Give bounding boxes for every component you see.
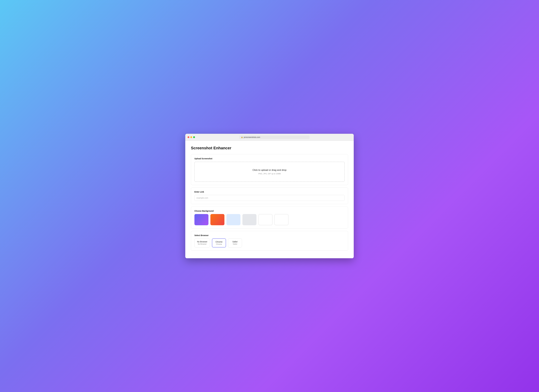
browser-titlebar: 🔒 proscreenshots.com — [185, 134, 354, 141]
bg-swatch-light-gray[interactable] — [242, 214, 256, 225]
minimize-button[interactable] — [190, 136, 192, 138]
link-section-card: Enter Link — [191, 187, 348, 204]
bg-swatch-white[interactable] — [258, 214, 272, 225]
upload-main-text: Click to upload or drag and drop — [198, 169, 341, 172]
browser-window: 🔒 proscreenshots.com Screenshot Enhancer… — [185, 134, 354, 258]
browser-option-no-browser-name: No Browser — [197, 241, 207, 243]
browser-option-safari[interactable]: Safari Safari — [228, 239, 242, 248]
browser-section-card: Select Browser No Browser No Browser Chr… — [191, 231, 348, 251]
url-text: proscreenshots.com — [244, 136, 260, 138]
lock-icon: 🔒 — [241, 136, 243, 138]
upload-section-label: Upload Screenshot — [194, 158, 345, 160]
browser-options: No Browser No Browser Chrome Chrome Safa… — [194, 239, 345, 248]
browser-option-chrome[interactable]: Chrome Chrome — [212, 239, 226, 248]
browser-section-label: Select Browser — [194, 234, 345, 236]
bg-swatch-white-bordered[interactable] — [274, 214, 289, 225]
background-section-card: Choose Background — [191, 207, 348, 229]
address-bar[interactable]: 🔒 proscreenshots.com — [239, 135, 309, 139]
maximize-button[interactable] — [193, 136, 195, 138]
browser-option-safari-name: Safari — [231, 241, 239, 243]
background-options — [194, 214, 345, 225]
browser-option-safari-sub: Safari — [231, 243, 239, 245]
bg-swatch-purple-gradient[interactable] — [194, 214, 208, 225]
background-section-label: Choose Background — [194, 210, 345, 212]
upload-dropzone[interactable]: Click to upload or drag and drop PNG, JP… — [194, 162, 345, 182]
browser-option-no-browser[interactable]: No Browser No Browser — [194, 239, 210, 248]
bg-swatch-light-blue[interactable] — [226, 214, 241, 225]
link-input[interactable] — [194, 195, 345, 201]
browser-option-no-browser-sub: No Browser — [197, 243, 207, 245]
upload-section-card: Upload Screenshot Click to upload or dra… — [191, 154, 348, 185]
link-section-label: Enter Link — [194, 191, 345, 193]
close-button[interactable] — [188, 136, 189, 138]
page-title: Screenshot Enhancer — [191, 146, 348, 150]
upload-sub-text: PNG, JPG, GIF up to 10MB — [198, 173, 341, 175]
browser-content: Screenshot Enhancer Upload Screenshot Cl… — [185, 141, 354, 258]
bg-swatch-orange-gradient[interactable] — [210, 214, 224, 225]
traffic-lights — [188, 136, 195, 138]
browser-option-chrome-sub: Chrome — [215, 243, 223, 245]
browser-option-chrome-name: Chrome — [215, 241, 223, 243]
